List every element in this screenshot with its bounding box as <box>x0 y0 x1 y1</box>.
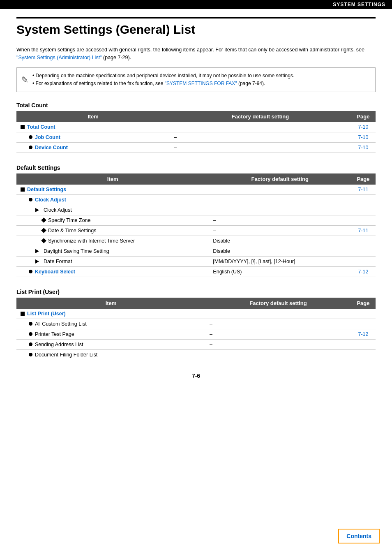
default-settings-link[interactable]: Default Settings <box>27 187 66 192</box>
table-row: Total Count 7-10 <box>16 122 376 132</box>
item-name: Total Count <box>21 124 166 130</box>
item-name: Synchronize with Internet Time Server <box>21 238 205 244</box>
default-settings-table: Item Factory default setting Page Defaul… <box>16 173 376 277</box>
page-cell: 7-11 <box>351 185 376 195</box>
page-link[interactable]: 7-11 <box>358 187 368 192</box>
notice-bullet1: • <box>32 73 36 79</box>
item-label: All Custom Setting List <box>35 321 87 327</box>
circle-icon <box>29 353 32 356</box>
page-cell <box>351 319 376 329</box>
factory-cell <box>209 205 351 215</box>
item-cell: Sending Address List <box>16 339 205 349</box>
table-row: List Print (User) <box>16 309 376 319</box>
total-count-table: Item Factory default setting Page Total … <box>16 111 376 153</box>
notice-icon: ✎ <box>21 73 28 87</box>
triangle-icon <box>35 249 41 253</box>
table-row: Sending Address List – <box>16 339 376 349</box>
item-label: Clock Adjust <box>44 207 72 213</box>
item-cell: Daylight Saving Time Setting <box>16 246 209 256</box>
item-cell: Synchronize with Internet Time Server <box>16 236 209 246</box>
page-link[interactable]: 7-10 <box>358 145 368 150</box>
item-label: Synchronize with Internet Time Server <box>48 238 135 244</box>
page-number: 7-6 <box>16 372 376 379</box>
section-heading-total-count: Total Count <box>16 102 376 109</box>
contents-button[interactable]: Contents <box>338 529 380 543</box>
item-cell: Keyboard Select <box>16 266 209 277</box>
list-print-user-link[interactable]: List Print (User) <box>27 311 66 317</box>
notice-box: ✎ • Depending on the machine specificati… <box>16 67 376 92</box>
factory-cell: [MM/DD/YYYY], [/], [Last], [12-Hour] <box>209 256 351 266</box>
diamond-icon <box>41 238 46 244</box>
intro-paragraph: When the system settings are accessed wi… <box>16 46 376 62</box>
page-link[interactable]: 7-11 <box>358 228 368 234</box>
item-label: Date & Time Settings <box>48 228 96 234</box>
page-cell <box>351 236 376 246</box>
item-name: Keyboard Select <box>21 269 205 275</box>
page-cell <box>351 256 376 266</box>
admin-list-link[interactable]: "System Settings (Administrator) List" <box>16 55 102 60</box>
item-cell: Default Settings <box>16 185 209 195</box>
job-count-link[interactable]: Job Count <box>35 134 60 140</box>
item-label: Document Filing Folder List <box>35 352 97 358</box>
factory-cell: Disable <box>209 236 351 246</box>
total-count-link[interactable]: Total Count <box>27 124 55 130</box>
item-cell: Date Format <box>16 256 209 266</box>
table-row: Default Settings 7-11 <box>16 185 376 195</box>
col-page: Page <box>351 111 376 122</box>
circle-icon <box>29 322 32 326</box>
item-name: Job Count <box>21 134 166 140</box>
page-cell: 7-10 <box>351 142 376 153</box>
item-cell: List Print (User) <box>16 309 205 319</box>
main-content: System Settings (General) List When the … <box>0 9 392 407</box>
page-cell: 7-10 <box>351 132 376 142</box>
page-link[interactable]: 7-12 <box>358 331 368 337</box>
factory-cell: – <box>205 339 351 349</box>
circle-icon <box>29 332 32 336</box>
square-icon <box>21 187 25 192</box>
factory-cell: Disable <box>209 246 351 256</box>
page-title: System Settings (General) List <box>16 17 376 40</box>
factory-cell: English (US) <box>209 266 351 277</box>
fax-settings-link[interactable]: "SYSTEM SETTINGS FOR FAX" <box>165 81 237 86</box>
table-row: Device Count – 7-10 <box>16 142 376 153</box>
intro-text1: When the system settings are accessed wi… <box>16 47 364 53</box>
item-name: Date & Time Settings <box>21 228 205 234</box>
table-row: Synchronize with Internet Time Server Di… <box>16 236 376 246</box>
table-row: Job Count – 7-10 <box>16 132 376 142</box>
factory-cell <box>209 185 351 195</box>
list-print-table: Item Factory default setting Page List P… <box>16 298 376 360</box>
page-cell[interactable]: 7-10 <box>351 122 376 132</box>
square-icon <box>21 312 25 316</box>
page-link[interactable]: 7-10 <box>358 124 368 130</box>
item-name: Default Settings <box>21 187 205 192</box>
factory-cell: – <box>205 329 351 339</box>
item-name: Date Format <box>21 259 205 264</box>
circle-icon <box>29 146 32 149</box>
clock-adjust-link[interactable]: Clock Adjust <box>35 197 66 203</box>
item-cell: Clock Adjust <box>16 194 209 205</box>
factory-cell: – <box>205 349 351 360</box>
keyboard-select-link[interactable]: Keyboard Select <box>35 269 75 275</box>
item-label: Date Format <box>44 259 72 264</box>
item-name: Document Filing Folder List <box>21 352 201 358</box>
page-link[interactable]: 7-12 <box>358 269 368 275</box>
item-label: Printer Test Page <box>35 331 74 337</box>
table-row: Date & Time Settings – 7-11 <box>16 225 376 236</box>
square-icon <box>21 125 25 129</box>
page-cell <box>351 205 376 215</box>
page-link[interactable]: 7-10 <box>358 134 368 140</box>
item-cell: Clock Adjust <box>16 205 209 215</box>
item-name: All Custom Setting List <box>21 321 201 327</box>
item-name: Device Count <box>21 145 166 150</box>
item-cell: Date & Time Settings <box>16 225 209 236</box>
notice-line2: • For explanations of settings related t… <box>32 80 294 88</box>
section-heading-default-settings: Default Settings <box>16 164 376 171</box>
circle-icon <box>29 270 32 273</box>
item-cell: Device Count <box>16 142 170 153</box>
table-row: Clock Adjust <box>16 205 376 215</box>
page-cell: 7-11 <box>351 225 376 236</box>
factory-cell: – <box>170 142 351 153</box>
col-page: Page <box>351 298 376 309</box>
item-cell: Printer Test Page <box>16 329 205 339</box>
device-count-link[interactable]: Device Count <box>35 145 68 150</box>
